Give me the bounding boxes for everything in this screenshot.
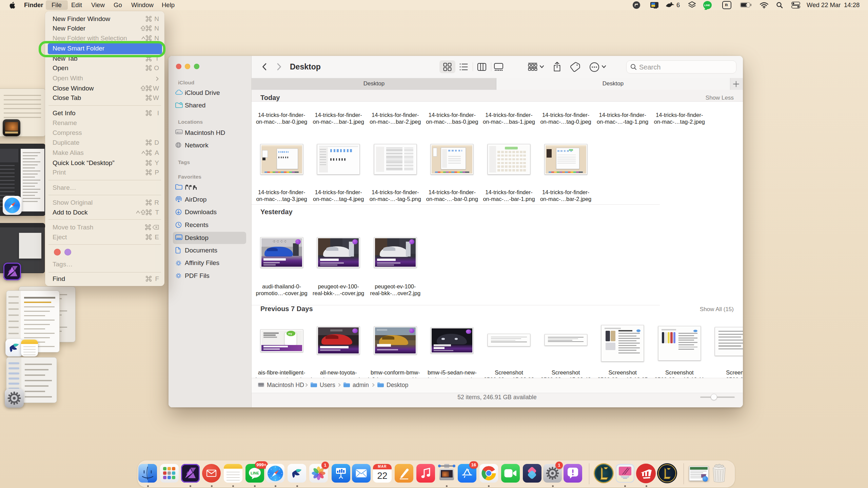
svg-text:LINE: LINE [251, 471, 259, 475]
